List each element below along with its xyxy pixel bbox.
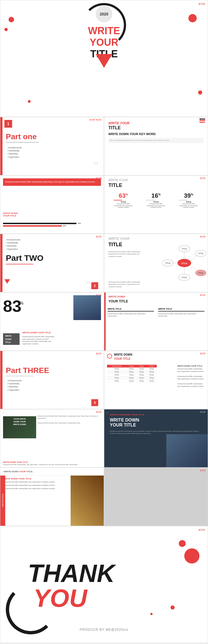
number-badge-2: 2 [91, 282, 98, 289]
grid-header-1: TITLE [126, 365, 137, 367]
grid-row-5: TITLE TITLE TITLE TITLE [107, 380, 157, 383]
vertical-label: YOUR TITLE 8 TITLE [0, 476, 5, 526]
cell: TITLE [126, 371, 137, 373]
row-writedown: 澳芫网 --WRITE DOWN YOUR TITLE-- WRITE DOWN… [0, 468, 208, 526]
cell: TITLE [136, 371, 146, 373]
row-part-two: 澳芫网 • Entrepreneurial• Substantially• De… [0, 234, 208, 292]
slide-table-grid-right: 澳芫网 ↓ WRITE DOWN YOUR TITLE YOUR TITLE T… [104, 351, 208, 409]
logo-slide9: 澳芫网 [198, 528, 205, 532]
svg-line-8 [191, 265, 198, 271]
svg-text:TITLE: TITLE [182, 277, 187, 278]
cell: TITLE [126, 377, 137, 379]
dot-thank-3 [170, 605, 175, 610]
logo-slide4l: 澳芫网 [96, 235, 102, 238]
dot-decoration-2 [4, 28, 8, 31]
logo-slide6l: 澳芫网 [96, 352, 102, 355]
col-item-2: WRITE TITLE Entrepreneurial differ subst… [158, 308, 204, 317]
download-icon: ↓ [107, 354, 112, 359]
red-quote-box: Entrepreneurial activities differ substa… [3, 178, 101, 186]
triangle-4l [4, 279, 10, 284]
stat-num-2: 16% [146, 192, 166, 199]
stat-desc-2: Entrepreneurial differ substantially typ… [146, 203, 166, 208]
slide-83-left: 澳芫网 83 % WRITEDOWNTITLE WRITE DOWN YOUR … [0, 292, 104, 351]
write-title-5r: WRITE DOWN [108, 295, 125, 298]
logo-slide4r: 澳芫网 [200, 235, 206, 238]
grid-row-4: TITLE TITLE TITLE TITLE [107, 377, 157, 380]
mindmap-title-it: WRITE YOUR [108, 237, 129, 241]
cell: TITLE [136, 380, 146, 382]
pct-symbol: % [20, 301, 23, 306]
dark-main-title: WRITE DOWNYOUR TITLE [110, 418, 139, 428]
img-box-5l [73, 295, 101, 320]
write-6r-2: YOUR TITLE [114, 357, 130, 360]
quote-4l: " [86, 280, 90, 291]
logo-slide8r: 澳芫网 [200, 469, 206, 472]
dot-decoration-1 [9, 17, 14, 22]
slide-part-two-left: 澳芫网 • Entrepreneurial• Substantially• De… [0, 234, 104, 292]
section-title-8l: WRITE DOWN YOUR TITLE [3, 477, 61, 480]
svg-text:TITLE: TITLE [181, 262, 188, 265]
slide-hero: 澳芫网 2020 WRITE YOUR TITLE [0, 0, 208, 117]
slide-overlay-right: 澳芫网 " WRITE CONFIGURE YOUR TITLE WRITE D… [104, 409, 208, 468]
thank-text: THANK [28, 559, 115, 588]
grid-row-1: TITLE TITLE TITLE TITLE [107, 367, 157, 371]
red-label-5l: WRITEDOWNTITLE [3, 333, 20, 345]
slide-part-one-right: 澳芫网 WRITE YOUR TITLE WRITE DOWN YOUR KEY… [104, 117, 208, 175]
slide-writedown-left: 澳芫网 --WRITE DOWN YOUR TITLE-- WRITE DOWN… [0, 468, 104, 526]
stats-row: 63% TITLE Entrepreneurial differ substan… [107, 192, 205, 208]
title-bold-1: TITLE [108, 125, 121, 130]
cell: TITLE [107, 380, 126, 382]
cell: TITLE [146, 374, 157, 376]
cell: TITLE [126, 367, 137, 370]
red-bar-6l [0, 351, 2, 409]
overlay-write-title: WRITE DOWN YOUR TITLE [3, 461, 102, 463]
mindmap-svg: TITLE TITLE TITLE TITLE TITLE TITLE [162, 241, 206, 285]
svg-text:TITLE: TITLE [165, 262, 170, 264]
stat-item-2: 16% TITLE Entrepreneurial differ substan… [146, 192, 166, 208]
year-badge: 2020 [96, 6, 112, 22]
part-one-underline [6, 142, 39, 143]
logo-slide5r: 澳芫网 [200, 294, 206, 297]
logo-slide7r: 澳芫网 [200, 411, 206, 414]
cell: TITLE [126, 374, 137, 376]
write-italic-1: WRITE YOUR [108, 121, 129, 125]
slide-overlay-left: 澳芫网 " YOUR WRITEDOWN YOURWRITE DOWN Entr… [0, 409, 104, 468]
cell: TITLE [126, 380, 137, 382]
row-part-one: 澳芫网 澳芫图 1 Part one • Entrepreneurial• Su… [0, 117, 208, 175]
grid-header-3: TITLE [146, 365, 157, 367]
part-three-title: Part THREE [6, 366, 49, 375]
logo-slide6r: 澳芫网 [200, 352, 206, 355]
dot-thank-4 [150, 613, 153, 615]
part-one-title: Part one [6, 132, 37, 141]
red-lines-deco [199, 119, 205, 123]
grid-row-2: TITLE TITLE TITLE TITLE [107, 371, 157, 374]
hero-line1: WRITE [88, 25, 120, 37]
slide-stats-left: 澳芫网 Entrepreneurial activities differ su… [0, 175, 104, 234]
bullets-6l: • Entrepreneurial• Substantially• Depend… [7, 379, 22, 391]
write-title-3l: WRITE DOWNYOUR TITLE [3, 212, 18, 217]
part-two-title: Part TWO [6, 253, 44, 263]
pct-title-b: TITLE [108, 183, 122, 188]
stat-desc-1: Entrepreneurial differ substantially typ… [114, 203, 133, 208]
row-83: 澳芫网 83 % WRITEDOWNTITLE WRITE DOWN YOUR … [0, 292, 208, 351]
dot-thank-2 [184, 548, 199, 564]
slide-table-right: 澳芫网 WRITE DOWN YOUR TITLE WRITE TITLE En… [104, 292, 208, 351]
row-overlays: 澳芫网 " YOUR WRITEDOWN YOURWRITE DOWN Entr… [0, 409, 208, 468]
triangle-decoration [96, 54, 112, 68]
big-number: 83 [3, 297, 22, 316]
write-title-5l: WRITE DOWN YOUR TITLE [22, 331, 51, 334]
gray-desc-1: Why is substantially depending on the ty… [108, 138, 204, 143]
row-stats: 澳芫网 Entrepreneurial activities differ su… [0, 175, 208, 234]
slide-gray-right: 澳芫网 [104, 468, 208, 526]
dot-decoration-3 [188, 14, 197, 22]
slide-pct-right: 澳芫网 WRITE YOUR TITLE 63% TITLE Entrepren… [104, 175, 208, 234]
col-desc-2: Entrepreneurial differ substantially typ… [158, 313, 204, 317]
desc-8l-2: Entrepreneurial offer substantially, typ… [3, 484, 61, 487]
pct-title-it: WRITE YOUR [108, 178, 128, 182]
stat-num-1: 63% [114, 192, 133, 199]
overlay-left-text: Entrepreneurial activities offer substan… [38, 415, 102, 424]
writedown-content: WRITE DOWN YOUR TITLE Entrepreneurial of… [3, 477, 61, 490]
mindmap-title-b: TITLE [108, 242, 122, 248]
you-text: YOU [33, 584, 87, 613]
cell: TITLE [146, 377, 157, 379]
